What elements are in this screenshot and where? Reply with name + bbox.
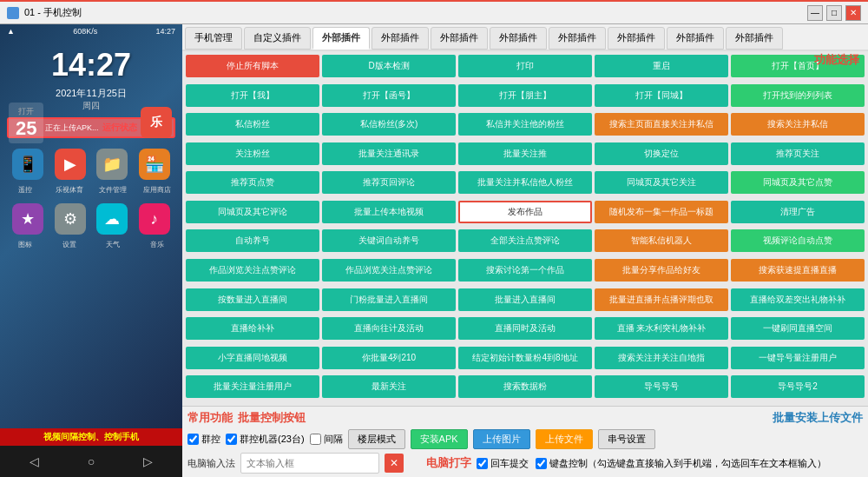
tab-external-plugin-5[interactable]: 外部插件 [549, 27, 606, 50]
serial-settings-button[interactable]: 串号设置 [598, 429, 655, 449]
tab-external-plugin-7[interactable]: 外部插件 [667, 27, 724, 50]
btn-batch-enter-live-play[interactable]: 批量进直播并点播评期也取 [595, 288, 728, 311]
btn-export-num1[interactable]: 导号导号 [595, 375, 728, 398]
btn-enter-live-count[interactable]: 按数量进入直播间 [186, 288, 319, 311]
btn-auto-nurture[interactable]: 自动养号 [186, 229, 319, 252]
btn-private-follow-fans[interactable]: 私信并关注他的粉丝 [458, 113, 592, 136]
btn-smart-private-robot[interactable]: 智能私信机器人 [595, 229, 728, 252]
btn-clear-ads[interactable]: 清理广告 [731, 201, 865, 223]
btn-batch-upload-video[interactable]: 批量上传本地视频 [322, 201, 456, 223]
btn-live-activity2[interactable]: 直播同时及活动 [458, 317, 592, 340]
btn-d-version-check[interactable]: D版本检测 [322, 55, 456, 77]
btn-search-get-live[interactable]: 搜索获速提直播直播 [731, 259, 865, 282]
btn-all-follow-like-comment[interactable]: 全部关注点赞评论 [458, 229, 592, 252]
btn-export-register[interactable]: 一键导号量注册用户 [731, 347, 865, 369]
btn-live-activity1[interactable]: 直播向往计及活动 [322, 317, 456, 340]
btn-latest-follow[interactable]: 最新关注 [322, 375, 456, 398]
phone-nav-bar[interactable]: ◁ ○ ▷ [0, 446, 182, 477]
btn-live-double-gift[interactable]: 直播给双差突出礼物补补 [731, 288, 865, 311]
tab-external-plugin-1[interactable]: 外部插件 [312, 27, 370, 50]
btn-batch-follow-rec[interactable]: 批量关注推 [458, 142, 592, 165]
btn-open-friend[interactable]: 打开【朋主】 [458, 84, 592, 107]
keyboard-control-checkbox[interactable] [536, 458, 547, 469]
checkbox-machine[interactable] [226, 434, 237, 445]
install-apk-button[interactable]: 安装APK [411, 429, 468, 449]
btn-batch-follow-contacts[interactable]: 批量关注通讯录 [322, 142, 456, 165]
nav-home-button[interactable]: ○ [88, 454, 95, 468]
phone-icon-remote: 📱 [12, 149, 43, 180]
input-clear-button[interactable]: ✕ [385, 454, 404, 473]
btn-open-letter[interactable]: 打开【函号】 [322, 84, 456, 107]
btn-stop-all-scripts[interactable]: 停止所有脚本 [186, 55, 319, 77]
btn-switch-location[interactable]: 切换定位 [595, 142, 728, 165]
btn-random-publish[interactable]: 随机发布一集一作品一标题 [595, 201, 728, 223]
btn-open-list[interactable]: 打开找到的列列表 [731, 84, 865, 107]
btn-video-comment-auto-like[interactable]: 视频评论自动点赞 [731, 229, 865, 252]
btn-follow-fans[interactable]: 关注粉丝 [186, 142, 319, 165]
checkbox-group-control[interactable]: 群控 [187, 433, 220, 446]
tab-custom-plugin[interactable]: 自定义插件 [244, 27, 311, 50]
btn-live-supplement[interactable]: 直播给补补 [186, 317, 319, 340]
btn-work-browse-follow[interactable]: 作品浏览关注点赞评论 [186, 259, 319, 282]
tab-external-plugin-6[interactable]: 外部插件 [608, 27, 665, 50]
text-input-field[interactable] [240, 453, 379, 474]
btn-restart[interactable]: 重启 [595, 55, 728, 77]
phone-icons-labels1: 遥控 乐视体育 文件管理 应用商店 [0, 185, 182, 198]
btn-private-fans[interactable]: 私信粉丝 [186, 113, 319, 136]
close-button[interactable]: ✕ [845, 5, 861, 21]
btn-small-live-video[interactable]: 小字直播同地视频 [186, 347, 319, 369]
btn-search-discuss-first[interactable]: 搜索讨论第一个作品 [458, 259, 592, 282]
checkbox-group[interactable] [187, 434, 199, 445]
upload-image-button[interactable]: 上传图片 [473, 429, 530, 449]
btn-search-home-follow[interactable]: 搜索主页面直接关注并私信 [595, 113, 728, 136]
btn-print[interactable]: 打印 [458, 55, 592, 77]
nav-back-button[interactable]: ◁ [30, 454, 39, 468]
minimize-button[interactable]: — [807, 5, 823, 21]
btn-search-follow-point[interactable]: 搜索关注并关注自地指 [595, 347, 728, 369]
checkbox-enter-submit[interactable]: 回车提交 [477, 457, 529, 470]
btn-open-city[interactable]: 打开【同城】 [595, 84, 728, 107]
icon-label-settings: 设置 [50, 240, 89, 249]
btn-rec-like[interactable]: 推荐页点赞 [186, 171, 319, 194]
btn-publish-work[interactable]: 发布作品 [458, 201, 592, 223]
checkbox-keyboard-control[interactable]: 键盘控制（勾选键盘直接输入到手机端，勾选回车在文本框输入） [536, 457, 826, 470]
floor-mode-button[interactable]: 楼层模式 [348, 429, 405, 449]
btn-batch-follow-private[interactable]: 批量关注并私信他人粉丝 [458, 171, 592, 194]
maximize-button[interactable]: □ [826, 5, 842, 21]
btn-city-like[interactable]: 同城页及其它点赞 [731, 171, 865, 194]
tab-external-plugin-8[interactable]: 外部插件 [726, 27, 783, 50]
btn-one-click-live[interactable]: 一键刷同直播空间 [731, 317, 865, 340]
checkbox-interval-input[interactable] [310, 434, 321, 445]
btn-set-address[interactable]: 结定初始计数量粉4到8地址 [458, 347, 592, 369]
btn-open-me[interactable]: 打开【我】 [186, 84, 319, 107]
btn-keyword-auto-nurture[interactable]: 关键词自动养号 [322, 229, 456, 252]
btn-rec-follow[interactable]: 推荐页关注 [731, 142, 865, 165]
phone-date: 2021年11月25日 [0, 87, 182, 100]
btn-batch-enter-live[interactable]: 批量进入直播间 [458, 288, 592, 311]
nav-recent-button[interactable]: ▷ [143, 454, 153, 468]
tab-external-plugin-4[interactable]: 外部插件 [490, 27, 547, 50]
btn-private-fans-multi[interactable]: 私信粉丝(多次) [322, 113, 456, 136]
running-status-label: 运行状态 [102, 123, 137, 132]
btn-rec-comment[interactable]: 推荐页回评论 [322, 171, 456, 194]
tab-phone-management[interactable]: 手机管理 [185, 27, 242, 50]
btn-batch-share-work[interactable]: 批量分享作品给好友 [595, 259, 728, 282]
btn-export-num2[interactable]: 导号导号2 [731, 375, 865, 398]
tab-external-plugin-2[interactable]: 外部插件 [372, 27, 429, 50]
menu-tabs: 手机管理 自定义插件 外部插件 外部插件 外部插件 外部插件 外部插件 外部插件… [182, 24, 868, 51]
btn-work-browse-follow2[interactable]: 作品浏览关注点赞评论 [322, 259, 456, 282]
btn-batch-210[interactable]: 你批量4列210 [322, 347, 456, 369]
checkbox-interval[interactable]: 间隔 [310, 433, 343, 446]
btn-city-comment[interactable]: 同城页及其它评论 [186, 201, 319, 223]
phone-icon-files: 📁 [96, 149, 128, 180]
btn-city-follow[interactable]: 同城页及其它关注 [595, 171, 728, 194]
upload-file-button[interactable]: 上传文件 [536, 429, 593, 449]
btn-batch-follow-register[interactable]: 批量关注量注册用户 [186, 375, 319, 398]
btn-enter-live-door[interactable]: 门粉批量进入直播间 [322, 288, 456, 311]
checkbox-group-machine[interactable]: 群控机器(23台) [226, 433, 305, 446]
tab-external-plugin-3[interactable]: 外部插件 [431, 27, 488, 50]
btn-live-water-gift[interactable]: 直播 来水利突礼物补补 [595, 317, 728, 340]
enter-submit-checkbox[interactable] [477, 458, 488, 469]
btn-search-follow-private[interactable]: 搜索关注并私信 [731, 113, 865, 136]
btn-search-data-fans[interactable]: 搜索数据粉 [458, 375, 592, 398]
